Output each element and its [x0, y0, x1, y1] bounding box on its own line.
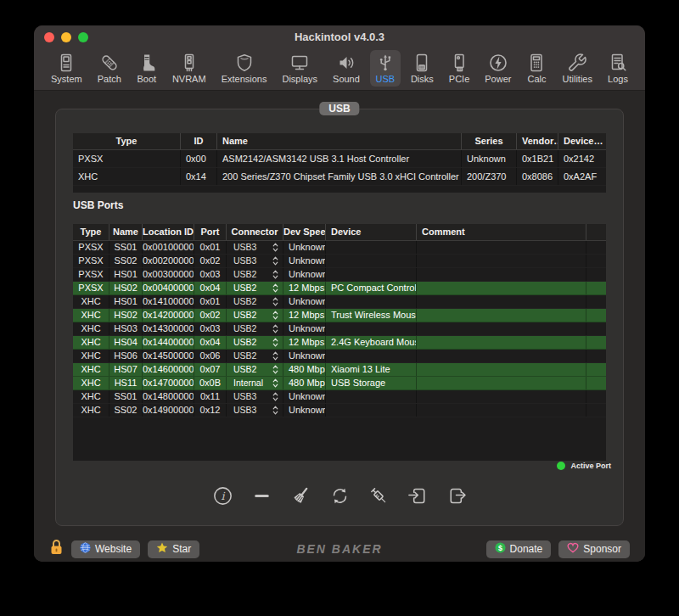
port-cell: HS02 — [109, 309, 143, 322]
connector-popup[interactable]: Internal — [227, 377, 283, 389]
lock-icon — [49, 539, 64, 559]
column-header-name[interactable]: Name — [217, 133, 462, 149]
usb-port-row[interactable]: PXSXSS010x001000000x01USB3Unknown — [73, 241, 606, 255]
toolbar-item-power[interactable]: Power — [480, 50, 516, 87]
connector-popup[interactable]: USB2 — [227, 350, 283, 362]
toolbar-item-patch[interactable]: Patch — [93, 50, 126, 87]
usb-port-row[interactable]: XHCHS030x143000000x03USB2Unknown — [73, 322, 606, 336]
column-header-type[interactable]: Type — [73, 224, 109, 240]
brand-logo: BEN BAKER — [296, 542, 382, 556]
column-header-port[interactable]: Port — [194, 224, 227, 240]
column-header-device[interactable]: Device — [326, 224, 417, 240]
inject-button[interactable] — [366, 484, 391, 511]
port-cell: 0x07 — [194, 363, 227, 376]
website-button[interactable]: Website — [71, 540, 140, 558]
column-header-vendor[interactable]: Vendor… — [517, 133, 558, 149]
window-title: Hackintool v4.0.3 — [34, 25, 645, 49]
usb-port-row[interactable]: XHCHS040x144000000x04USB212 Mbps2.4G Key… — [73, 336, 606, 350]
popup-arrows-icon — [272, 338, 278, 347]
column-header-name[interactable]: Name — [109, 224, 143, 240]
popup-arrows-icon — [272, 256, 278, 266]
donate-button[interactable]: $ Donate — [486, 540, 552, 558]
connector-value: USB3 — [233, 241, 256, 254]
boot-icon — [137, 52, 157, 74]
port-cell — [586, 350, 606, 362]
import-button[interactable] — [405, 484, 430, 511]
usb-port-row[interactable]: XHCHS010x141000000x01USB2Unknown — [73, 295, 606, 309]
connector-popup[interactable]: USB3 — [227, 404, 283, 417]
usb-port-row[interactable]: XHCHS060x145000000x06USB2Unknown — [73, 350, 606, 363]
port-cell: HS01 — [109, 268, 143, 281]
star-button[interactable]: Star — [148, 540, 199, 558]
toolbar-item-boot[interactable]: Boot — [132, 50, 162, 87]
info-button[interactable]: i — [210, 484, 235, 511]
toolbar-item-usb[interactable]: USB — [370, 50, 401, 87]
export-button[interactable] — [444, 484, 469, 511]
refresh-icon — [328, 484, 351, 510]
usb-port-row[interactable]: PXSXHS010x003000000x03USB2Unknown — [73, 268, 606, 282]
column-header-dev-speed[interactable]: Dev Speed — [283, 224, 326, 240]
connector-value: USB2 — [233, 268, 256, 281]
toolbar-item-disks[interactable]: Disks — [406, 50, 439, 87]
toolbar-item-calc[interactable]: Calc — [521, 50, 552, 87]
usb-port-row[interactable]: PXSXSS020x002000000x02USB3Unknown — [73, 255, 606, 268]
popup-arrows-icon — [272, 378, 278, 388]
refresh-button[interactable] — [327, 484, 352, 511]
port-cell — [586, 336, 606, 349]
controller-row[interactable]: PXSX0x00ASM2142/ASM3142 USB 3.1 Host Con… — [73, 150, 606, 168]
port-cell — [586, 363, 606, 376]
controller-cell: 0xA2AF — [558, 168, 606, 185]
usb-port-row[interactable]: XHCSS020x149000000x12USB3Unknown — [73, 404, 606, 417]
usb-port-row[interactable]: XHCHS020x142000000x02USB212 MbpsTrust Wi… — [73, 309, 606, 322]
usb-port-row[interactable]: XHCSS010x148000000x11USB3Unknown — [73, 390, 606, 404]
usb-port-row[interactable]: XHCHS070x146000000x07USB2480 MbpsXiaomi … — [73, 363, 606, 377]
connector-popup[interactable]: USB2 — [227, 282, 283, 294]
controller-row[interactable]: XHC0x14200 Series/Z370 Chipset Family US… — [73, 168, 606, 186]
toolbar-item-utilities[interactable]: Utilities — [558, 50, 598, 87]
pcie-icon — [449, 52, 469, 74]
port-cell: HS02 — [109, 282, 143, 294]
port-cell: 0x14500000 — [143, 350, 194, 362]
port-cell — [417, 322, 586, 335]
column-header-device[interactable]: Device… — [558, 133, 606, 149]
remove-button[interactable] — [249, 484, 274, 511]
connector-popup[interactable]: USB3 — [227, 390, 283, 403]
column-header-location-id[interactable]: Location ID — [143, 224, 194, 240]
column-header-connector[interactable]: Connector — [227, 224, 283, 240]
toolbar-item-sound[interactable]: Sound — [328, 50, 365, 87]
column-header-id[interactable]: ID — [181, 133, 217, 149]
calc-icon — [526, 52, 547, 74]
sponsor-button[interactable]: Sponsor — [558, 540, 630, 558]
info-icon: i — [211, 484, 234, 510]
connector-popup[interactable]: USB2 — [227, 268, 283, 281]
connector-popup[interactable]: USB3 — [227, 241, 283, 254]
connector-popup[interactable]: USB2 — [227, 309, 283, 322]
clean-button[interactable] — [288, 484, 313, 511]
port-cell — [326, 390, 417, 403]
usb-port-row[interactable]: PXSXHS020x004000000x04USB212 MbpsPC Comp… — [73, 282, 606, 295]
usb-icon — [375, 52, 396, 74]
connector-popup[interactable]: USB2 — [227, 336, 283, 349]
toolbar-item-displays[interactable]: Displays — [277, 50, 323, 87]
usb-port-row[interactable]: XHCHS110x147000000x0BInternal480 MbpsUSB… — [73, 377, 606, 390]
toolbar-item-nvram[interactable]: NVRAM — [167, 50, 211, 87]
toolbar-item-logs[interactable]: Logs — [603, 50, 633, 87]
port-cell: 0x03 — [194, 322, 227, 335]
column-header-comment[interactable]: Comment — [417, 224, 586, 240]
connector-popup[interactable]: USB2 — [227, 322, 283, 335]
port-cell: 0x14100000 — [143, 295, 194, 308]
toolbar-item-pcie[interactable]: PCIe — [444, 50, 474, 87]
connector-popup[interactable]: USB2 — [227, 363, 283, 376]
connector-value: USB3 — [233, 404, 256, 417]
svg-text:$: $ — [498, 544, 502, 552]
column-header-type[interactable]: Type — [73, 133, 181, 149]
column-header-series[interactable]: Series — [462, 133, 517, 149]
toolbar-item-label: USB — [376, 74, 396, 84]
toolbar-item-label: Patch — [98, 74, 121, 84]
controller-cell: 0x8086 — [517, 168, 558, 185]
port-cell — [586, 282, 606, 294]
toolbar-item-extensions[interactable]: Extensions — [216, 50, 272, 87]
connector-popup[interactable]: USB3 — [227, 255, 283, 267]
connector-popup[interactable]: USB2 — [227, 295, 283, 308]
toolbar-item-system[interactable]: System — [46, 50, 87, 87]
